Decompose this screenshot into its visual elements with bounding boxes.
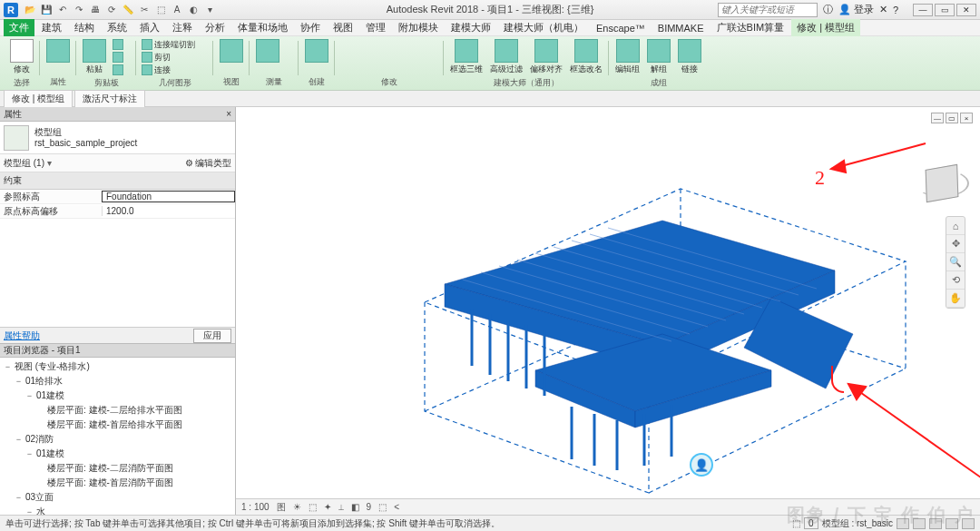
options-tab-1[interactable]: 修改 | 模型组 (4, 90, 73, 108)
vcb-reveal-icon[interactable]: 9 (367, 502, 372, 512)
tab-analyze[interactable]: 分析 (200, 19, 230, 36)
options-tab-2[interactable]: 激活尺寸标注 (74, 90, 145, 108)
browser-header[interactable]: 项目浏览器 - 项目1 (0, 343, 235, 358)
tab-structure[interactable]: 结构 (69, 19, 100, 36)
prop-row-level[interactable]: 参照标高 Foundation (0, 190, 235, 204)
tree-item[interactable]: −01建模 (0, 447, 235, 461)
align-icon[interactable] (284, 49, 295, 60)
tab-jmds[interactable]: 建模大师 (446, 19, 496, 36)
tab-view[interactable]: 视图 (328, 19, 358, 36)
qat-print-icon[interactable]: 🖶 (89, 4, 102, 16)
qat-sync-icon[interactable]: ⟳ (105, 4, 118, 16)
maximize-button[interactable]: ▭ (935, 4, 955, 16)
geom-ico-2[interactable] (199, 50, 210, 61)
info-icon[interactable]: ⓘ (823, 3, 833, 16)
mod-icon[interactable] (405, 39, 417, 52)
vcb-back-icon[interactable]: < (394, 502, 399, 512)
close-button[interactable]: ✕ (956, 4, 976, 16)
offset-align-button[interactable]: 偏移对齐 (527, 38, 565, 76)
edit-type-button[interactable]: 编辑类型 (185, 157, 231, 170)
nav-home-icon[interactable]: ⌂ (946, 217, 965, 235)
box-rename-button[interactable]: 框选改名 (567, 38, 605, 76)
qat-render-icon[interactable]: A (171, 4, 183, 16)
cope-button[interactable]: 连接端切割 (140, 38, 197, 51)
tab-systems[interactable]: 系统 (102, 19, 132, 36)
file-tab[interactable]: 文件 (4, 19, 34, 36)
properties-button[interactable] (44, 38, 73, 64)
nav-zoom-icon[interactable]: 🔍 (946, 253, 965, 271)
mod-icon[interactable] (372, 39, 385, 52)
vcb-hide-icon[interactable]: ◧ (351, 502, 359, 512)
qat-redo-icon[interactable]: ↷ (73, 4, 85, 16)
paste-button[interactable]: 粘贴 (80, 38, 109, 76)
qat-save-icon[interactable]: 💾 (40, 4, 53, 16)
join-button[interactable]: 连接 (140, 64, 197, 76)
tab-massing[interactable]: 体量和场地 (232, 19, 293, 36)
mod-icon[interactable] (356, 39, 368, 52)
tab-architecture[interactable]: 建筑 (36, 19, 67, 36)
mod-icon[interactable] (339, 39, 352, 52)
modify-button[interactable]: 修改 (7, 38, 36, 76)
tree-item[interactable]: −水 (0, 505, 235, 515)
geom-ico-3[interactable] (199, 62, 210, 73)
qat-section-icon[interactable]: ✂ (138, 4, 151, 16)
tab-insert[interactable]: 插入 (134, 19, 165, 36)
qat-undo-icon[interactable]: ↶ (56, 4, 69, 16)
tab-jmds-mep[interactable]: 建模大师（机电） (498, 19, 589, 36)
apply-button[interactable]: 应用 (193, 329, 231, 343)
ungroup-button[interactable]: 解组 (644, 38, 673, 76)
copy-button[interactable] (111, 51, 132, 64)
nav-orbit-icon[interactable]: ⟲ (946, 271, 965, 290)
vcb-lock-icon[interactable]: ⬚ (378, 502, 387, 512)
dim-icon[interactable] (284, 38, 295, 49)
view-cube[interactable] (920, 162, 964, 205)
properties-help-link[interactable]: 属性帮助 (4, 329, 40, 342)
vcb-render-icon[interactable]: ✦ (324, 502, 331, 512)
properties-header[interactable]: 属性 × (0, 107, 235, 122)
vcb-shadow-icon[interactable]: ⬚ (309, 502, 317, 512)
qat-more-icon[interactable]: ▾ (203, 4, 216, 16)
tab-collaborate[interactable]: 协作 (295, 19, 326, 36)
tab-bimmake[interactable]: BIMMAKE (652, 21, 710, 35)
tree-item[interactable]: −01给排水 (0, 374, 235, 388)
tree-item[interactable]: −02消防 (0, 432, 235, 447)
mod-icon[interactable] (372, 55, 385, 68)
mod-icon[interactable] (339, 55, 352, 68)
tree-item[interactable]: −01建模 (0, 388, 235, 403)
tree-item[interactable]: −03立面 (0, 490, 235, 505)
nav-hand-icon[interactable]: ✋ (946, 290, 965, 308)
tab-manage[interactable]: 管理 (360, 19, 391, 36)
qat-3d-icon[interactable]: ⬚ (154, 4, 167, 16)
adv-filter-button[interactable]: 高级过滤 (487, 38, 525, 76)
type-selector[interactable]: 模型组 rst_basic_sample_project (0, 122, 235, 154)
tab-glodon[interactable]: 广联达BIM算量 (711, 19, 790, 36)
vcb-detail-icon[interactable]: 图 (277, 501, 286, 514)
app-logo[interactable]: R (4, 3, 18, 17)
tree-item[interactable]: −视图 (专业-格排水) (0, 359, 235, 374)
mod-icon[interactable] (421, 39, 434, 52)
viewport[interactable]: — ▭ × (236, 107, 980, 498)
help-search-input[interactable] (718, 3, 818, 17)
vcb-sun-icon[interactable]: ☀ (293, 502, 301, 512)
mod-icon[interactable] (388, 39, 401, 52)
cut-geom-button[interactable]: 剪切 (140, 51, 197, 64)
project-browser[interactable]: −视图 (专业-格排水)−01给排水−01建模楼层平面: 建模-二层给排水平面图… (0, 358, 235, 515)
tab-addins[interactable]: 附加模块 (393, 19, 444, 36)
sign-in-button[interactable]: 👤 登录 (838, 3, 874, 16)
qat-measure-icon[interactable]: 📏 (122, 4, 134, 16)
match-button[interactable] (111, 64, 132, 76)
prop-row-offset[interactable]: 原点标高偏移 1200.0 (0, 204, 235, 219)
view-button[interactable] (217, 38, 246, 64)
minimize-button[interactable]: — (913, 4, 933, 16)
vcb-crop-icon[interactable]: ⟂ (338, 502, 344, 512)
mod-icon[interactable] (356, 55, 368, 68)
qat-open-icon[interactable]: 📂 (24, 4, 36, 16)
measure-button[interactable] (253, 38, 282, 64)
nav-pan-icon[interactable]: ✥ (946, 235, 965, 253)
mod-icon[interactable] (405, 55, 417, 68)
tree-item[interactable]: 楼层平面: 建模-二层给排水平面图 (0, 403, 235, 418)
mod-icon[interactable] (388, 55, 401, 68)
tree-item[interactable]: 楼层平面: 建模-首层给排水平面图 (0, 418, 235, 432)
properties-close-icon[interactable]: × (226, 109, 231, 119)
link-button[interactable]: 链接 (675, 38, 704, 76)
